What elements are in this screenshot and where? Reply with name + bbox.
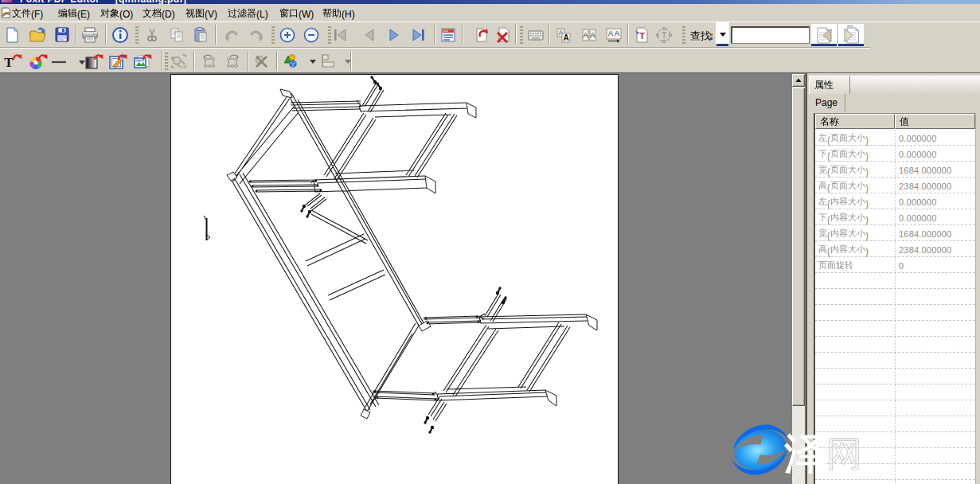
svg-text:T: T — [662, 30, 667, 40]
svg-text:A: A — [615, 29, 619, 37]
svg-text:A: A — [590, 31, 595, 39]
svg-text:A: A — [583, 31, 588, 39]
svg-text:A: A — [608, 29, 613, 37]
svg-text:A: A — [563, 33, 568, 42]
svg-text:T: T — [4, 55, 14, 70]
svg-text:T: T — [639, 31, 645, 41]
